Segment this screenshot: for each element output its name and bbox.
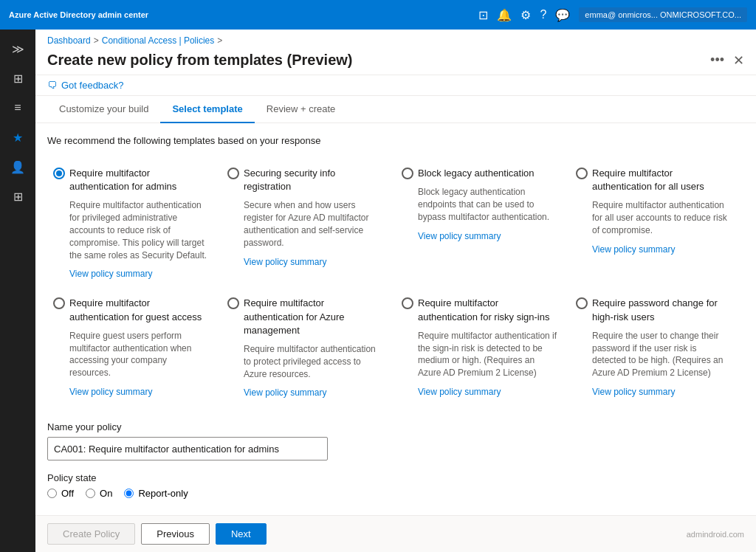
template-title-mfa-risky: Require multifactor authentication for r… [418, 297, 558, 323]
template-mfa-risky[interactable]: Require multifactor authentication for r… [396, 288, 570, 407]
view-summary-mfa-azure[interactable]: View policy summary [244, 387, 384, 398]
tab-customize[interactable]: Customize your build [47, 96, 160, 123]
radio-report-only-label: Report-only [138, 488, 188, 499]
template-mfa-admins[interactable]: Require multifactor authentication for a… [47, 158, 221, 288]
view-summary-mfa-guest[interactable]: View policy summary [69, 387, 210, 397]
template-block-legacy[interactable]: Block legacy authentication Block legacy… [396, 158, 570, 288]
help-icon[interactable]: ? [540, 8, 546, 21]
footer: Create Policy Previous Next admindroid.c… [35, 515, 756, 552]
radio-on[interactable] [86, 489, 95, 498]
tab-review-create[interactable]: Review + create [255, 96, 348, 123]
template-header: Require multifactor authentication for a… [53, 167, 210, 193]
bell-icon[interactable]: 🔔 [497, 8, 512, 22]
template-radio-mfa-all-users[interactable] [576, 168, 588, 179]
previous-button[interactable]: Previous [141, 523, 210, 545]
template-desc-mfa-guest: Require guest users perform multifactor … [69, 330, 210, 379]
template-header: Block legacy authentication [402, 167, 558, 180]
template-desc-block-legacy: Block legacy authentication endpoints th… [418, 186, 558, 223]
template-header: Securing security info registration [227, 167, 384, 193]
template-desc-mfa-admins: Require multifactor authentication for p… [69, 199, 210, 261]
page-title: Create new policy from templates (Previe… [47, 52, 352, 69]
feedback-bar: 🗨 Got feedback? [35, 75, 756, 96]
template-mfa-azure[interactable]: Require multifactor authentication for A… [221, 288, 396, 407]
feedback-icon[interactable]: 💬 [555, 8, 570, 22]
view-summary-mfa-risky[interactable]: View policy summary [418, 387, 558, 397]
sidebar-grid[interactable]: ⊞ [4, 183, 31, 210]
gear-icon[interactable]: ⚙ [520, 8, 531, 22]
radio-on-label: On [100, 488, 112, 499]
template-radio-mfa-azure[interactable] [227, 297, 239, 309]
topbar: Azure Active Directory admin center ⊡ 🔔 … [0, 0, 756, 30]
sidebar-star[interactable]: ★ [4, 124, 31, 151]
feedback-icon: 🗨 [47, 80, 57, 91]
policy-state-report-only[interactable]: Report-only [124, 488, 188, 499]
close-button[interactable]: ✕ [733, 52, 744, 69]
policy-state-options: Off On Report-only [47, 488, 744, 499]
page-header: Create new policy from templates (Previe… [35, 49, 756, 75]
policy-state-on[interactable]: On [86, 488, 112, 499]
app-layout: ≫ ⊞ ≡ ★ 👤 ⊞ Dashboard > Conditional Acce… [0, 30, 756, 552]
policy-name-label: Name your policy [47, 421, 744, 432]
sidebar-user[interactable]: 👤 [4, 153, 31, 180]
template-title-mfa-azure: Require multifactor authentication for A… [244, 297, 384, 337]
ellipsis-button[interactable]: ••• [710, 52, 724, 68]
template-password-change[interactable]: Require password change for high-risk us… [570, 288, 744, 407]
template-title-password-change: Require password change for high-risk us… [592, 297, 732, 323]
portal-icon[interactable]: ⊡ [478, 8, 488, 22]
template-header: Require multifactor authentication for A… [227, 297, 384, 337]
radio-off-label: Off [61, 488, 74, 499]
content-area: We recommend the following templates bas… [35, 123, 756, 515]
view-summary-security-info[interactable]: View policy summary [244, 257, 384, 267]
footer-buttons: Create Policy Previous Next [47, 523, 267, 545]
policy-state-off[interactable]: Off [47, 488, 74, 499]
sidebar-menu[interactable]: ≡ [4, 94, 31, 121]
tab-select-template[interactable]: Select template [160, 96, 254, 123]
template-title-mfa-guest: Require multifactor authentication for g… [69, 297, 210, 323]
template-title-mfa-admins: Require multifactor authentication for a… [69, 167, 210, 193]
template-radio-mfa-risky[interactable] [402, 297, 413, 309]
template-radio-mfa-guest[interactable] [53, 297, 65, 309]
template-desc-password-change: Require the user to change their passwor… [592, 330, 732, 379]
user-account[interactable]: emma@ onmicros... ONMICROSOFT.CO... [579, 7, 747, 22]
template-title-mfa-all-users: Require multifactor authentication for a… [592, 167, 732, 193]
sidebar: ≫ ⊞ ≡ ★ 👤 ⊞ [0, 30, 35, 552]
template-mfa-guest[interactable]: Require multifactor authentication for g… [47, 288, 221, 407]
template-radio-password-change[interactable] [576, 297, 588, 309]
template-desc-mfa-risky: Require multifactor authentication if th… [418, 330, 558, 379]
template-mfa-all-users[interactable]: Require multifactor authentication for a… [570, 158, 744, 288]
view-summary-block-legacy[interactable]: View policy summary [418, 231, 558, 241]
template-desc-mfa-azure: Require multifactor authentication to pr… [244, 343, 384, 380]
breadcrumb-sep1: > [94, 35, 99, 46]
templates-grid: Require multifactor authentication for a… [47, 158, 744, 407]
view-summary-mfa-all-users[interactable]: View policy summary [592, 244, 732, 255]
sidebar-home[interactable]: ⊞ [4, 65, 31, 92]
template-title-security-info: Securing security info registration [244, 167, 384, 193]
breadcrumb: Dashboard > Conditional Access | Policie… [35, 30, 756, 49]
breadcrumb-sep2: > [217, 35, 222, 46]
next-button[interactable]: Next [216, 523, 267, 545]
topbar-icons: ⊡ 🔔 ⚙ ? 💬 emma@ onmicros... ONMICROSOFT.… [478, 7, 747, 22]
policy-name-section: Name your policy [47, 421, 744, 460]
policy-name-input[interactable] [47, 437, 328, 460]
template-desc-mfa-all-users: Require multifactor authentication for a… [592, 199, 732, 236]
radio-report-only[interactable] [124, 489, 134, 498]
template-radio-mfa-admins[interactable] [53, 168, 65, 179]
radio-off[interactable] [47, 489, 57, 498]
feedback-link[interactable]: Got feedback? [61, 80, 124, 91]
create-policy-button[interactable]: Create Policy [47, 523, 135, 545]
template-header: Require multifactor authentication for g… [53, 297, 210, 323]
app-title: Azure Active Directory admin center [9, 10, 472, 19]
view-summary-password-change[interactable]: View policy summary [592, 387, 732, 397]
sidebar-expand[interactable]: ≫ [4, 35, 31, 62]
breadcrumb-policies[interactable]: Conditional Access | Policies [102, 35, 215, 46]
view-summary-mfa-admins[interactable]: View policy summary [69, 269, 210, 279]
template-header: Require multifactor authentication for a… [576, 167, 732, 193]
tabs-nav: Customize your build Select template Rev… [35, 96, 756, 123]
template-radio-block-legacy[interactable] [402, 168, 413, 179]
template-title-block-legacy: Block legacy authentication [418, 167, 535, 180]
header-actions: ••• ✕ [710, 52, 744, 69]
template-radio-security-info[interactable] [227, 168, 239, 179]
template-security-info[interactable]: Securing security info registration Secu… [221, 158, 396, 288]
breadcrumb-dashboard[interactable]: Dashboard [47, 35, 91, 46]
policy-state-section: Policy state Off On Report-only [47, 472, 744, 499]
